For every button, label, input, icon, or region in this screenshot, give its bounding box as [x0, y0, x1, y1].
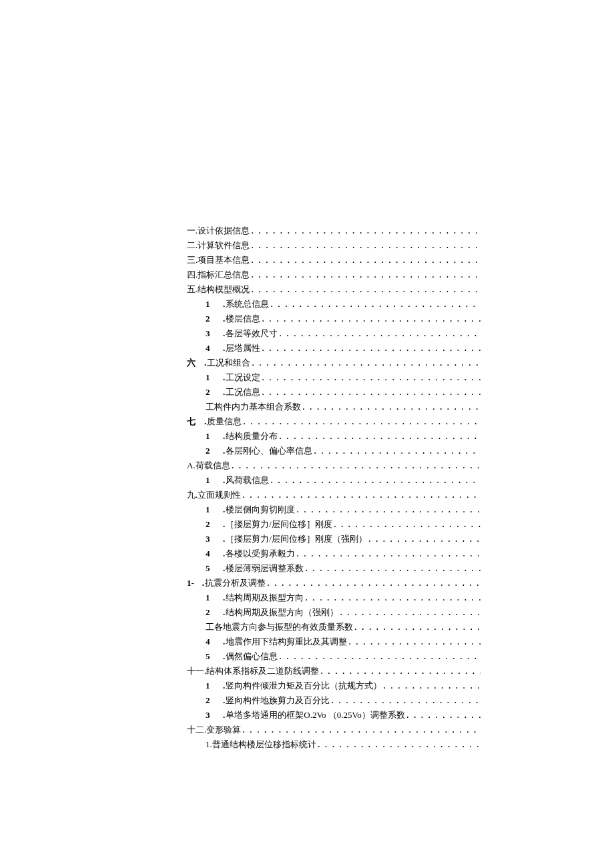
- toc-entry: 2. 楼层信息: [187, 312, 481, 326]
- toc-prefix: 三.: [187, 253, 198, 268]
- toc-leader-dots: [250, 356, 481, 370]
- toc-number: 2: [206, 444, 215, 458]
- toc-number: 5: [206, 561, 215, 576]
- toc-leader-dots: [278, 429, 481, 444]
- toc-label: 楼层薄弱层调整系数: [226, 561, 304, 576]
- toc-leader-dots: [260, 341, 481, 356]
- toc-label: 抗震分析及调整: [205, 576, 266, 590]
- leading-dot: .: [223, 561, 225, 576]
- toc-label: 结构体系指标及二道防线调整: [206, 664, 319, 679]
- toc-prefix: 一.: [187, 224, 198, 238]
- toc-leader-dots: [269, 297, 481, 312]
- toc-leader-dots: [241, 488, 481, 502]
- toc-label: 结构质量分布: [226, 429, 278, 444]
- toc-leader-dots: [242, 414, 481, 429]
- toc-label: 地震作用下结构剪重比及其调整: [226, 634, 347, 649]
- toc-label: 计算软件信息: [198, 238, 250, 253]
- toc-label: 工况信息: [226, 385, 260, 400]
- toc-entry: 1. 竖向构件倾泄力矩及百分比（抗规方式）: [187, 679, 481, 693]
- toc-leader-dots: [278, 649, 481, 664]
- toc-leader-dots: [260, 370, 481, 385]
- toc-number: 1: [206, 297, 215, 312]
- leading-dot: .: [223, 429, 225, 444]
- toc-number: 1: [206, 590, 215, 605]
- toc-leader-dots: [269, 473, 481, 488]
- toc-entry: 五. 结构模型概况: [187, 282, 481, 297]
- toc-label: 楼层侧向剪切刚度: [226, 502, 295, 517]
- leading-dot: .: [223, 546, 225, 561]
- toc-number: 4: [206, 546, 215, 561]
- toc-leader-dots: [266, 576, 481, 590]
- toc-entry: 3. 单塔多塔通用的框架O.2Vo （0.25Vo）调整系数: [187, 708, 481, 723]
- toc-number: 2: [206, 517, 215, 532]
- toc-number: 2: [206, 385, 215, 400]
- toc-entry: 六. 工况和组合: [187, 356, 481, 370]
- toc-leader-dots: [338, 605, 481, 620]
- toc-entry: 4. 地震作用下结构剪重比及其调整: [187, 634, 481, 649]
- toc-label: 各地震方向参与振型的有效质量系数: [214, 620, 353, 634]
- toc-label: 变形验算: [206, 723, 241, 737]
- leading-dot: .: [223, 473, 225, 488]
- toc-leader-dots: [250, 224, 481, 238]
- toc-number: 3: [206, 326, 215, 341]
- toc-prefix: A.: [187, 458, 196, 473]
- leading-dot: .: [223, 341, 225, 356]
- toc-entry: 工 构件内力基本组合系数: [187, 400, 481, 414]
- toc-label: 偶然偏心信息: [226, 649, 278, 664]
- toc-leader-dots: [295, 502, 481, 517]
- leading-dot: .: [223, 590, 225, 605]
- toc-entry: 2. 结构周期及振型方向（强刚）: [187, 605, 481, 620]
- toc-entry: 1. 风荷载信息: [187, 473, 481, 488]
- toc-entry: 4. 各楼以受剪承毅力: [187, 546, 481, 561]
- toc-leader-dots: [260, 385, 481, 400]
- toc-prefix: 九.: [187, 488, 198, 502]
- toc-number: 六: [187, 356, 196, 370]
- leading-dot: .: [223, 532, 225, 546]
- toc-label: 楼层信息: [226, 312, 260, 326]
- toc-label: 结构周期及振型方向: [226, 590, 304, 605]
- toc-leader-dots: [250, 282, 481, 297]
- toc-number: 3: [206, 532, 215, 546]
- toc-label: 构件内力基本组合系数: [214, 400, 301, 414]
- toc-number: 七: [187, 414, 196, 429]
- toc-leader-dots: [230, 458, 481, 473]
- leading-dot: .: [202, 576, 204, 590]
- toc-leader-dots: [260, 312, 481, 326]
- toc-label: ［搂层剪力/层间位移］刚度（强刚）: [226, 532, 367, 546]
- toc-entry: 5. 楼层薄弱层调整系数: [187, 561, 481, 576]
- toc-entry: 5. 偶然偏心信息: [187, 649, 481, 664]
- toc-entry: 2. ［搂层剪力/层间位移］刚度: [187, 517, 481, 532]
- toc-label: 各层等效尺寸: [226, 326, 278, 341]
- toc-entry: 2. 各层刚心、偏心率信息: [187, 444, 481, 458]
- toc-leader-dots: [330, 693, 481, 708]
- toc-label: 各层刚心、偏心率信息: [226, 444, 312, 458]
- toc-number: 4: [206, 634, 215, 649]
- leading-dot: .: [223, 297, 225, 312]
- toc-entry: 1. 结构周期及振型方向: [187, 590, 481, 605]
- leading-dot: .: [223, 708, 225, 723]
- toc-label: 各楼以受剪承毅力: [226, 546, 295, 561]
- toc-label: 层塔属性: [226, 341, 260, 356]
- toc-label: 项目基本信息: [198, 253, 250, 268]
- toc-entry: 1. 工况设定: [187, 370, 481, 385]
- toc-entry: A. 荷载信息: [187, 458, 481, 473]
- toc-entry: 九. 立面规则性: [187, 488, 481, 502]
- leading-dot: .: [223, 679, 225, 693]
- toc-leader-dots: [250, 238, 481, 253]
- toc-entry: 4. 层塔属性: [187, 341, 481, 356]
- leading-dot: .: [223, 649, 225, 664]
- toc-label: 竖向构件倾泄力矩及百分比（抗规方式）: [226, 679, 382, 693]
- toc-label: 质量信息: [207, 414, 242, 429]
- toc-label: 系统总信息: [226, 297, 269, 312]
- toc-leader-dots: [304, 561, 481, 576]
- toc-entry: 七. 质量信息: [187, 414, 481, 429]
- toc-prefix: 工: [206, 400, 214, 414]
- toc-number: 1: [206, 370, 215, 385]
- toc-label: 设计依据信息: [198, 224, 250, 238]
- toc-label: 工况设定: [226, 370, 260, 385]
- leading-dot: .: [223, 370, 225, 385]
- toc-leader-dots: [278, 326, 481, 341]
- toc-entry: 一. 设计依据信息: [187, 224, 481, 238]
- leading-dot: .: [223, 502, 225, 517]
- toc-label: 单塔多塔通用的框架O.2Vo （0.25Vo）调整系数: [226, 708, 405, 723]
